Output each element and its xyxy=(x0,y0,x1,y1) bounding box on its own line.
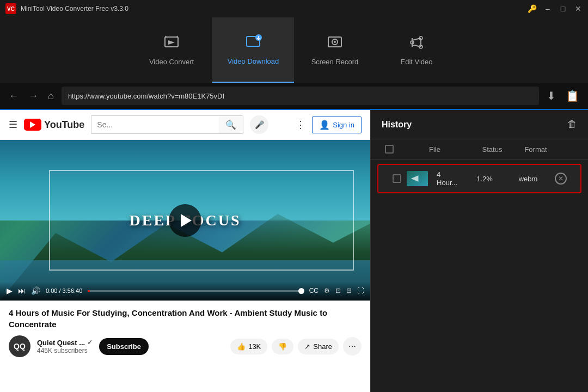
theater-button[interactable]: ⊟ xyxy=(346,287,352,295)
tab-screen-record[interactable]: Screen Record xyxy=(294,17,376,83)
tab-video-convert-label: Video Convert xyxy=(149,58,194,66)
video-background: DEEP FOCUS xyxy=(0,140,370,301)
like-button[interactable]: 👍 13K xyxy=(230,339,267,354)
maximize-button[interactable]: □ xyxy=(559,4,567,13)
search-container: 🔍 xyxy=(91,115,243,134)
video-download-icon xyxy=(244,34,262,53)
search-input[interactable] xyxy=(91,115,219,134)
miniplayer-button[interactable]: ⊡ xyxy=(335,287,341,295)
addressbar: ← → ⌂ ⬇ 📋 xyxy=(0,83,588,110)
nav-tabs: Video Convert Video Download Screen Reco… xyxy=(0,17,588,83)
youtube-logo[interactable]: YouTube xyxy=(24,119,84,131)
video-player[interactable]: DEEP FOCUS ▶ ⏭ 🔊 0:00 / 3:56:40 CC ⚙ ⊡ ⊟ xyxy=(0,140,370,301)
file-thumbnail xyxy=(407,171,428,186)
remove-item-container[interactable]: ✕ xyxy=(550,173,572,185)
history-panel: History 🗑 File Status Format xyxy=(370,110,588,392)
file-name: 4 Hour... xyxy=(432,170,463,187)
home-button[interactable]: ⌂ xyxy=(46,88,56,104)
tab-video-download[interactable]: Video Download xyxy=(212,17,294,83)
browser-panel[interactable]: ☰ YouTube 🔍 🎤 ⋮ 👤 Sign in xyxy=(0,110,370,392)
next-button[interactable]: ⏭ xyxy=(18,286,26,295)
channel-subscribers: 445K subscribers xyxy=(37,347,93,354)
action-buttons: 👍 13K 👎 ↗ Share ⋯ xyxy=(230,337,362,356)
youtube-logo-icon xyxy=(24,119,41,131)
tab-edit-video[interactable]: Edit Video xyxy=(376,17,457,83)
video-time: 0:00 / 3:56:40 xyxy=(46,287,82,294)
remove-item-button[interactable]: ✕ xyxy=(555,173,567,185)
channel-avatar[interactable]: QQ xyxy=(9,335,30,357)
download-button[interactable]: ⬇ xyxy=(544,87,558,105)
channel-info: Quiet Quest ... ✓ 445K subscribers xyxy=(37,339,93,354)
status-column-header: Status xyxy=(470,145,514,154)
progress-bar[interactable] xyxy=(88,290,303,292)
share-button[interactable]: ↗ Share xyxy=(298,339,339,354)
video-controls: ▶ ⏭ 🔊 0:00 / 3:56:40 CC ⚙ ⊡ ⊟ ⛶ xyxy=(0,282,370,301)
download-status: 1.2% xyxy=(463,175,506,183)
more-actions-button[interactable]: ⋯ xyxy=(343,337,362,356)
header-right: ⋮ 👤 Sign in xyxy=(296,117,362,133)
url-input[interactable] xyxy=(62,87,539,105)
select-all-checkbox[interactable] xyxy=(385,145,394,154)
forward-button[interactable]: → xyxy=(26,88,40,104)
history-title: History xyxy=(382,120,412,130)
more-options-icon[interactable]: ⋮ xyxy=(296,119,305,131)
tab-video-convert[interactable]: Video Convert xyxy=(131,17,212,83)
screen-record-icon xyxy=(326,35,344,53)
close-button[interactable]: ✕ xyxy=(574,4,583,13)
svg-point-5 xyxy=(334,41,336,43)
hamburger-menu-icon[interactable]: ☰ xyxy=(9,119,17,131)
item-checkbox-container[interactable] xyxy=(387,174,407,183)
tab-video-download-label: Video Download xyxy=(228,57,279,65)
main-content: ☰ YouTube 🔍 🎤 ⋮ 👤 Sign in xyxy=(0,110,588,392)
youtube-header: ☰ YouTube 🔍 🎤 ⋮ 👤 Sign in xyxy=(0,110,370,140)
key-icon: 🔑 xyxy=(528,4,537,13)
settings-button[interactable]: ⚙ xyxy=(324,287,330,295)
progress-dot xyxy=(298,288,304,294)
share-icon: ↗ xyxy=(304,342,310,351)
file-format: webm xyxy=(506,175,550,183)
delete-all-button[interactable]: 🗑 xyxy=(567,119,577,130)
minimize-button[interactable]: – xyxy=(543,4,552,13)
video-info: 4 Hours of Music For Studying, Concentra… xyxy=(0,301,370,364)
app-title: MiniTool Video Converter Free v3.3.0 xyxy=(21,5,528,13)
search-button[interactable]: 🔍 xyxy=(219,115,243,134)
clipboard-button[interactable]: 📋 xyxy=(564,87,581,105)
video-title: 4 Hours of Music For Studying, Concentra… xyxy=(9,307,362,330)
file-cell: 4 Hour... xyxy=(407,170,463,187)
app-logo: VC xyxy=(5,3,16,14)
play-overlay-button[interactable] xyxy=(169,204,201,237)
captions-button[interactable]: CC xyxy=(309,287,318,295)
progress-fill xyxy=(88,290,90,292)
subscribe-button[interactable]: Subscribe xyxy=(99,338,149,355)
format-column-header: Format xyxy=(514,145,558,154)
edit-video-icon xyxy=(408,35,425,53)
back-button[interactable]: ← xyxy=(7,88,21,104)
thumbs-up-icon: 👍 xyxy=(237,342,246,351)
item-checkbox[interactable] xyxy=(393,174,401,183)
history-item: 4 Hour... 1.2% webm ✕ xyxy=(377,164,581,193)
history-header: History 🗑 xyxy=(371,110,588,139)
channel-name: Quiet Quest ... ✓ xyxy=(37,339,93,347)
youtube-logo-text: YouTube xyxy=(44,119,84,131)
select-all-checkbox-container[interactable] xyxy=(379,145,399,154)
volume-button[interactable]: 🔊 xyxy=(31,286,40,295)
titlebar: VC MiniTool Video Converter Free v3.3.0 … xyxy=(0,0,588,17)
mic-button[interactable]: 🎤 xyxy=(250,115,268,134)
tab-edit-video-label: Edit Video xyxy=(400,58,432,66)
account-icon: 👤 xyxy=(319,120,330,130)
fullscreen-button[interactable]: ⛶ xyxy=(357,287,364,295)
history-table-header: File Status Format xyxy=(371,139,588,160)
file-column-header: File xyxy=(399,145,470,154)
dislike-button[interactable]: 👎 xyxy=(272,339,293,354)
tab-screen-record-label: Screen Record xyxy=(311,58,359,66)
thumbs-down-icon: 👎 xyxy=(278,342,287,351)
signin-button[interactable]: 👤 Sign in xyxy=(312,117,362,133)
verified-icon: ✓ xyxy=(87,339,93,346)
window-controls: 🔑 – □ ✕ xyxy=(528,4,583,13)
play-button[interactable]: ▶ xyxy=(7,286,13,295)
channel-row: QQ Quiet Quest ... ✓ 445K subscribers Su… xyxy=(9,335,362,357)
video-convert-icon xyxy=(163,35,180,53)
